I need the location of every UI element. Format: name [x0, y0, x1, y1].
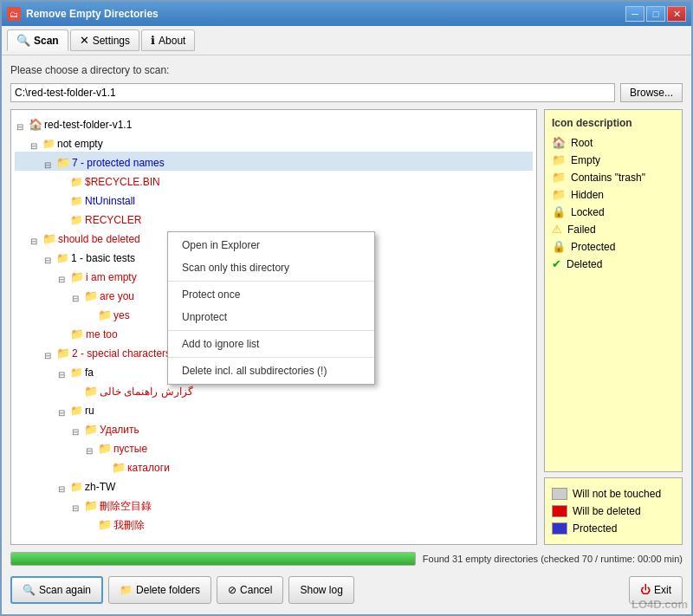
show-log-button[interactable]: Show log: [288, 576, 353, 604]
root-icon-desc: 🏠: [552, 134, 566, 152]
expand-icon: [72, 386, 82, 397]
tree-row: ⊟ 📁 ru: [15, 399, 533, 418]
expand-icon[interactable]: ⊟: [44, 348, 55, 359]
maximize-button[interactable]: □: [646, 6, 665, 22]
expand-icon[interactable]: ⊟: [58, 272, 68, 282]
expand-icon[interactable]: ⊟: [72, 291, 82, 302]
color-box-notouched: [552, 488, 567, 500]
folder-icon: 📁: [56, 346, 70, 361]
expand-icon[interactable]: ⊟: [72, 425, 82, 435]
expand-icon[interactable]: ⊟: [58, 367, 68, 378]
folder-icon: 📁: [42, 231, 56, 247]
node-label: are you: [100, 289, 134, 304]
node-label: yes: [113, 308, 130, 323]
folder-icon: 📁: [84, 384, 98, 399]
folder-icon: 📁: [98, 308, 112, 323]
expand-icon: [86, 520, 96, 530]
node-label: not empty: [57, 136, 103, 152]
folder-icon: 📁: [42, 136, 55, 152]
tree-row: 📁 $RECYCLE.BIN: [15, 171, 533, 190]
icon-row-failed: ⚠ Failed: [552, 221, 675, 238]
window-title: Remove Empty Directories: [26, 8, 159, 20]
expand-icon[interactable]: ⊟: [58, 405, 68, 416]
failed-label: Failed: [567, 221, 596, 238]
browse-button[interactable]: Browse...: [620, 83, 683, 102]
node-label: 2 - special characters: [72, 346, 171, 361]
root-icon: 🏠: [29, 117, 42, 133]
context-open-explorer[interactable]: Open in Explorer: [168, 234, 374, 256]
folder-icon: 📁: [84, 422, 98, 438]
expand-icon: [58, 329, 68, 340]
context-separator: [168, 281, 374, 282]
expand-icon[interactable]: ⊟: [58, 482, 68, 492]
context-unprotect[interactable]: Unprotect: [168, 306, 374, 328]
expand-icon[interactable]: ⊟: [86, 444, 96, 454]
directory-input[interactable]: [10, 83, 615, 102]
color-box-deleted: [552, 505, 567, 517]
node-label: каталоги: [127, 460, 170, 476]
progress-bar-outer: [10, 552, 416, 566]
color-legend: Will not be touched Will be deleted Prot…: [544, 477, 683, 545]
locked-label: Locked: [571, 204, 605, 221]
scan-tab-label: Scan: [34, 35, 59, 47]
about-tab-icon: ℹ: [151, 34, 155, 47]
minimize-button[interactable]: ─: [625, 6, 644, 22]
tab-scan[interactable]: 🔍 Scan: [7, 29, 68, 51]
expand-icon[interactable]: ⊟: [16, 120, 27, 130]
hidden-label: Hidden: [571, 186, 604, 204]
expand-icon: [58, 215, 68, 225]
tree-row: ⊟ 📁 zh-TW: [15, 476, 533, 495]
node-label: zh-TW: [85, 479, 115, 495]
icon-row-empty: 📁 Empty: [552, 152, 675, 169]
main-window: 🗂 Remove Empty Directories ─ □ ✕ 🔍 Scan …: [0, 0, 693, 616]
color-notouched-label: Will not be touched: [573, 485, 661, 503]
expand-icon[interactable]: ⊟: [72, 501, 82, 511]
app-icon: 🗂: [7, 7, 21, 21]
title-bar-buttons: ─ □ ✕: [625, 6, 686, 22]
cancel-icon: ⊘: [228, 584, 236, 596]
node-label: 1 - basic tests: [71, 250, 135, 266]
expand-icon: [58, 177, 68, 187]
tree-row: ⊟ 📁 пустые: [15, 438, 533, 457]
context-separator-3: [168, 357, 374, 358]
close-button[interactable]: ✕: [667, 6, 686, 22]
context-protect-once[interactable]: Protect once: [168, 283, 374, 306]
failed-icon-desc: ⚠: [552, 221, 562, 238]
progress-text: Found 31 empty directories (checked 70 /…: [423, 554, 683, 564]
scan-again-button[interactable]: 🔍 Scan again: [10, 576, 103, 604]
folder-icon: 📁: [56, 155, 70, 171]
empty-label: Empty: [571, 152, 600, 169]
expand-icon: [58, 196, 68, 206]
expand-icon[interactable]: ⊟: [44, 158, 55, 168]
node-label: me too: [86, 327, 118, 342]
expand-icon[interactable]: ⊟: [30, 234, 41, 244]
tab-settings[interactable]: ✕ Settings: [70, 29, 139, 51]
protected-label: Protected: [571, 238, 615, 256]
color-row-deleted: Will be deleted: [552, 503, 675, 520]
exit-button[interactable]: ⏻ Exit: [629, 576, 683, 604]
node-label: 刪除空目錄: [100, 498, 152, 514]
context-add-ignore[interactable]: Add to ignore list: [168, 333, 374, 355]
cancel-button[interactable]: ⊘ Cancel: [217, 576, 283, 604]
expand-icon[interactable]: ⊟: [30, 139, 41, 149]
folder-icon: 📁: [98, 441, 112, 457]
folder-icon: 📁: [84, 289, 98, 304]
expand-icon[interactable]: ⊟: [44, 253, 55, 263]
cancel-label: Cancel: [240, 584, 272, 596]
delete-folders-button[interactable]: 📁 Delete folders: [108, 576, 211, 604]
tree-panel: ⊟ 🏠 red-test-folder-v1.1 ⊟ 📁 not empty: [10, 109, 537, 545]
folder-icon: 📁: [70, 193, 83, 209]
folder-icon: 📁: [70, 269, 84, 285]
progress-bar-inner: [11, 553, 415, 565]
context-delete-incl[interactable]: Delete incl. all subdirectories (!): [168, 360, 374, 382]
tab-about[interactable]: ℹ About: [141, 29, 195, 51]
color-row-notouched: Will not be touched: [552, 485, 675, 503]
node-label: Удалить: [100, 422, 139, 438]
icon-panel: Icon description 🏠 Root 📁 Empty 📁 Contai…: [544, 109, 683, 545]
locked-icon-desc: 🔒: [552, 204, 566, 221]
folder-icon: 📁: [70, 174, 83, 190]
folder-icon: 📁: [70, 212, 83, 228]
context-scan-only[interactable]: Scan only this directory: [168, 256, 374, 279]
root-label: Root: [571, 134, 593, 152]
hidden-icon-desc: 📁: [552, 186, 566, 204]
